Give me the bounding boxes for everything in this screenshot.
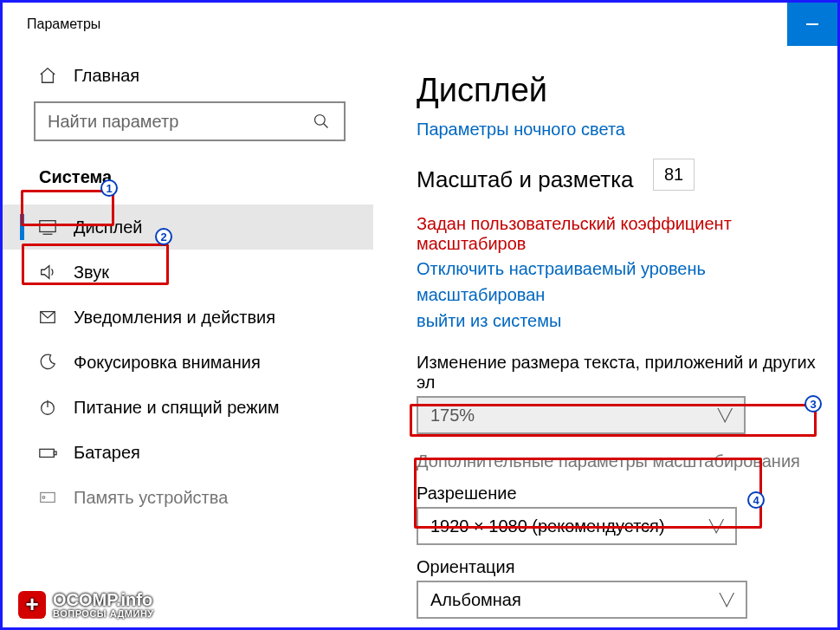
scale-select[interactable]: 175% ╲╱ [417, 396, 746, 434]
orientation-label: Ориентация [417, 557, 837, 577]
sidebar-item-label: Батарея [74, 443, 140, 463]
scale-heading: Масштаб и разметка [417, 166, 634, 193]
annotation-badge-4: 4 [747, 491, 765, 509]
orientation-select-value: Альбомная [430, 590, 521, 610]
scale-select-value: 175% [430, 406, 475, 425]
moon-icon [37, 352, 58, 373]
svg-point-0 [315, 115, 326, 126]
night-light-link[interactable]: Параметры ночного света [417, 116, 837, 142]
home-icon [37, 65, 58, 86]
custom-scale-value[interactable]: 81 [653, 159, 695, 191]
notification-icon [37, 307, 58, 328]
svg-line-1 [324, 124, 328, 128]
annotation-badge-3: 3 [804, 395, 822, 412]
sidebar-item-label: Питание и спящий режим [74, 398, 280, 418]
battery-icon [37, 442, 58, 463]
svg-rect-7 [40, 449, 55, 457]
sidebar-item-label: Фокусировка внимания [74, 353, 261, 373]
search-placeholder: Найти параметр [48, 112, 178, 132]
chevron-down-icon: ╲╱ [718, 408, 732, 422]
sidebar-home-label: Главная [74, 66, 139, 86]
plus-icon: + [18, 591, 46, 619]
watermark: + OCOMP.info ВОПРОСЫ АДМИНУ [18, 590, 154, 619]
resolution-select-value: 1920 × 1080 (рекомендуется) [430, 516, 665, 536]
svg-rect-8 [54, 451, 56, 455]
annotation-badge-1: 1 [100, 179, 118, 197]
search-input[interactable]: Найти параметр [34, 101, 346, 141]
svg-rect-2 [40, 221, 55, 232]
page-title: Дисплей [417, 72, 837, 109]
minimize-button[interactable] [787, 3, 837, 46]
resolution-select[interactable]: 1920 × 1080 (рекомендуется) ╲╱ [417, 507, 737, 545]
sidebar: Главная Найти параметр Система Дисплей [3, 46, 373, 627]
sidebar-item-battery[interactable]: Батарея [3, 430, 373, 475]
settings-window: Параметры Главная Найти параметр Система [0, 0, 840, 630]
sidebar-item-label: Звук [74, 263, 109, 283]
window-title: Параметры [27, 16, 100, 32]
svg-point-10 [42, 497, 45, 499]
power-icon [37, 397, 58, 418]
advanced-scaling-link[interactable]: Дополнительные параметры масштабирования [417, 451, 837, 471]
sidebar-item-label: Дисплей [74, 218, 143, 237]
orientation-select[interactable]: Альбомная ╲╱ [417, 581, 747, 619]
sidebar-item-label: Память устройства [74, 488, 228, 508]
scaling-warning: Задан пользовательский коэффициент масшт… [417, 214, 837, 254]
turn-off-scaling-link[interactable]: Отключить настраиваемый уровень масштаби… [417, 256, 837, 334]
titlebar: Параметры [3, 3, 837, 46]
sidebar-item-label: Уведомления и действия [74, 308, 275, 328]
chevron-down-icon: ╲╱ [720, 593, 733, 607]
main-content: Дисплей Параметры ночного света Масштаб … [373, 46, 837, 627]
sidebar-item-display[interactable]: Дисплей [3, 205, 373, 250]
resize-label: Изменение размера текста, приложений и д… [417, 353, 837, 393]
sidebar-item-notifications[interactable]: Уведомления и действия [3, 295, 373, 340]
chevron-down-icon: ╲╱ [709, 519, 723, 533]
sidebar-home[interactable]: Главная [3, 55, 373, 101]
monitor-icon [37, 217, 58, 237]
annotation-badge-2: 2 [155, 228, 172, 245]
speaker-icon [37, 262, 58, 283]
resolution-label: Разрешение [417, 484, 837, 503]
watermark-sub: ВОПРОСЫ АДМИНУ [53, 608, 154, 619]
sidebar-item-focus[interactable]: Фокусировка внимания [3, 340, 373, 385]
watermark-text: OCOMP.info [53, 590, 152, 609]
search-icon [311, 111, 332, 132]
sidebar-item-sound[interactable]: Звук [3, 250, 373, 295]
storage-icon [37, 487, 58, 508]
sidebar-item-power[interactable]: Питание и спящий режим [3, 385, 373, 430]
sidebar-item-storage[interactable]: Память устройства [3, 475, 373, 520]
